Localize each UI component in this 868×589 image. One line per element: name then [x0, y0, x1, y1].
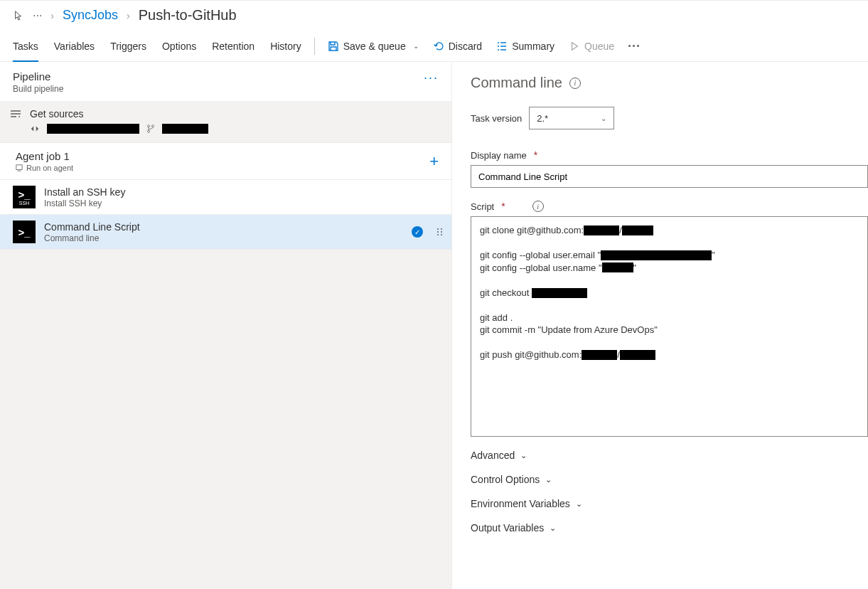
agent-job-title: Agent job 1	[16, 150, 73, 162]
task-enabled-badge: ✓	[412, 226, 423, 238]
agent-icon	[16, 164, 23, 171]
chevron-right-icon: ›	[50, 10, 54, 21]
ssh-task-icon: >_SSH	[13, 186, 36, 208]
branch-name-redacted	[162, 124, 208, 134]
tab-tasks[interactable]: Tasks	[13, 31, 38, 61]
save-queue-label: Save & queue	[343, 41, 406, 52]
display-name-label: Display name	[471, 150, 527, 161]
task-subtitle: Command line	[44, 233, 403, 243]
ellipsis-icon	[628, 45, 639, 47]
task-version-select[interactable]: 2.* ⌄	[529, 107, 614, 129]
required-asterisk: *	[534, 149, 537, 161]
summary-button[interactable]: Summary	[496, 41, 554, 52]
cmd-task-icon: >_	[13, 221, 36, 243]
tab-history[interactable]: History	[270, 31, 301, 61]
info-icon[interactable]: i	[532, 201, 544, 212]
agent-job-header[interactable]: Agent job 1 Run on agent +	[0, 142, 451, 180]
discard-label: Discard	[449, 41, 482, 52]
summary-label: Summary	[512, 41, 554, 52]
required-asterisk: *	[501, 201, 505, 212]
breadcrumb-overflow[interactable]: ···	[33, 10, 42, 21]
save-icon	[328, 41, 339, 52]
svg-point-3	[148, 130, 150, 132]
queue-label: Queue	[584, 41, 614, 52]
play-icon	[569, 41, 580, 52]
section-output-vars[interactable]: Output Variables⌄	[471, 522, 868, 534]
svg-point-0	[18, 116, 20, 117]
script-label: Script	[471, 201, 494, 212]
task-version-value: 2.*	[537, 113, 548, 124]
section-advanced[interactable]: Advanced⌄	[471, 450, 868, 461]
undo-icon	[433, 41, 444, 52]
tab-triggers[interactable]: Triggers	[110, 31, 146, 61]
chevron-down-icon: ⌄	[520, 451, 527, 460]
chevron-down-icon: ⌄	[413, 42, 419, 50]
section-control-options[interactable]: Control Options⌄	[471, 474, 868, 485]
display-name-input[interactable]	[471, 165, 868, 188]
info-icon[interactable]: i	[569, 78, 581, 89]
chevron-right-icon: ›	[127, 10, 130, 21]
discard-button[interactable]: Discard	[433, 41, 482, 52]
add-task-button[interactable]: +	[429, 152, 439, 171]
task-subtitle: Install SSH key	[44, 198, 443, 208]
pipeline-more[interactable]: ···	[424, 70, 439, 85]
task-title: Command Line Script	[44, 221, 403, 233]
tab-retention[interactable]: Retention	[212, 31, 254, 61]
chevron-down-icon: ⌄	[545, 475, 552, 484]
pipeline-subtitle: Build pipeline	[13, 84, 63, 94]
task-version-label: Task version	[471, 113, 522, 124]
repo-icon	[30, 124, 40, 134]
tab-variables[interactable]: Variables	[54, 31, 95, 61]
cursor-icon	[13, 10, 24, 21]
breadcrumb-current: Push-to-GitHub	[139, 7, 237, 23]
task-row-command-line[interactable]: >_ Command Line Script Command line ✓	[0, 215, 451, 250]
list-icon	[496, 41, 508, 52]
agent-job-subtitle: Run on agent	[26, 164, 73, 172]
task-row-install-ssh[interactable]: >_SSH Install an SSH key Install SSH key	[0, 180, 451, 215]
drag-handle-icon[interactable]	[437, 228, 443, 235]
task-title: Install an SSH key	[44, 186, 443, 198]
repo-name-redacted	[47, 124, 139, 134]
task-detail-heading: Command line i	[471, 75, 868, 91]
branch-icon	[146, 124, 155, 133]
chevron-down-icon: ⌄	[601, 115, 606, 122]
svg-point-1	[148, 125, 150, 127]
tabs: Tasks Variables Triggers Options Retenti…	[13, 31, 301, 61]
queue-button: Queue	[569, 41, 614, 52]
section-env-vars[interactable]: Environment Variables⌄	[471, 498, 868, 509]
get-sources-label: Get sources	[30, 108, 83, 120]
svg-rect-4	[16, 165, 22, 170]
more-actions[interactable]	[628, 45, 639, 47]
sources-icon	[10, 110, 23, 118]
get-sources-section[interactable]: Get sources	[0, 101, 451, 142]
breadcrumb: ··· › SyncJobs › Push-to-GitHub	[0, 3, 868, 31]
svg-point-2	[152, 125, 154, 127]
script-textarea[interactable]: git clone git@github.com:/ git config --…	[471, 216, 868, 437]
breadcrumb-project-link[interactable]: SyncJobs	[63, 8, 118, 23]
pipeline-header[interactable]: Pipeline Build pipeline ···	[0, 62, 451, 101]
chevron-down-icon: ⌄	[576, 499, 582, 509]
tab-options[interactable]: Options	[162, 31, 196, 61]
save-and-queue-button[interactable]: Save & queue ⌄	[328, 41, 419, 52]
pipeline-title: Pipeline	[13, 70, 63, 83]
chevron-down-icon: ⌄	[550, 524, 556, 533]
